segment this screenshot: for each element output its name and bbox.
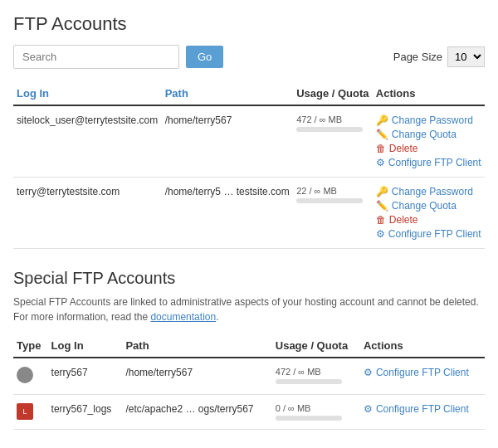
type-cell [13, 358, 48, 395]
usage-cell: 22 / ∞ MB [293, 178, 373, 249]
special-col-actions: Actions [360, 334, 485, 358]
path-cell: /etc/apache2 … ogs/terry567 [122, 395, 271, 430]
special-title: Special FTP Accounts [13, 269, 485, 288]
col-path: Path [162, 82, 293, 105]
actions-cell: 🔑 Change Password ✏️ Change Quota 🗑 Dele… [373, 178, 485, 249]
gear-icon: ⚙ [364, 403, 373, 415]
configure-ftp-link[interactable]: ⚙ Configure FTP Client [376, 157, 481, 168]
special-col-usage-quota: Usage / Quota [272, 334, 360, 358]
page-size-container: Page Size 10 25 50 [393, 46, 485, 67]
go-button[interactable]: Go [186, 46, 223, 68]
delete-link[interactable]: 🗑 Delete [376, 214, 481, 226]
table-row: terry@terrytestsite.com /home/terry5 … t… [13, 178, 485, 249]
col-usage-quota: Usage / Quota [293, 82, 373, 105]
special-col-login: Log In [48, 334, 123, 358]
path-cell: /home/terry567 [162, 105, 293, 178]
search-input[interactable] [13, 45, 179, 69]
actions-cell: 🔑 Change Password ✏️ Change Quota 🗑 Dele… [373, 105, 485, 178]
special-table-row: L terry567_logs /etc/apache2 … ogs/terry… [13, 395, 485, 430]
login-cell: sitelock_user@terrytestsite.com [13, 105, 162, 178]
trash-icon: 🗑 [376, 214, 386, 226]
logs-icon: L [17, 403, 33, 420]
trash-icon: 🗑 [376, 143, 386, 154]
col-login: Log In [13, 82, 162, 105]
key-icon: 🔑 [376, 114, 388, 126]
gear-icon: ⚙ [376, 157, 385, 168]
path-cell: /home/terry5 … testsite.com [162, 178, 293, 249]
actions-cell: ⚙ Configure FTP Client [360, 358, 485, 395]
change-password-link[interactable]: 🔑 Change Password [376, 186, 481, 197]
change-quota-link[interactable]: ✏️ Change Quota [376, 200, 481, 212]
search-bar: Go Page Size 10 25 50 [13, 45, 485, 69]
change-password-link[interactable]: 🔑 Change Password [376, 114, 481, 126]
configure-ftp-link[interactable]: ⚙ Configure FTP Client [376, 228, 481, 240]
user-icon [17, 367, 33, 383]
login-cell: terry567 [48, 358, 123, 395]
usage-cell: 472 / ∞ MB [293, 105, 373, 178]
special-col-type: Type [13, 334, 48, 358]
login-cell: terry567_logs [48, 395, 123, 430]
special-table-row: terry567 /home/terry567 472 / ∞ MB ⚙ Con… [13, 358, 485, 395]
col-actions: Actions [373, 82, 485, 105]
page-size-select[interactable]: 10 25 50 [447, 46, 485, 67]
gear-icon: ⚙ [364, 367, 373, 378]
delete-link[interactable]: 🗑 Delete [376, 143, 481, 154]
special-desc: Special FTP Accounts are linked to admin… [13, 295, 485, 324]
path-cell: /home/terry567 [122, 358, 271, 395]
special-ftp-table: Type Log In Path Usage / Quota Actions t… [13, 334, 485, 430]
page-size-label: Page Size [393, 51, 442, 63]
page-title: FTP Accounts [13, 13, 485, 35]
table-row: sitelock_user@terrytestsite.com /home/te… [13, 105, 485, 178]
change-quota-link[interactable]: ✏️ Change Quota [376, 129, 481, 140]
actions-cell: ⚙ Configure FTP Client [360, 395, 485, 430]
pencil-icon: ✏️ [376, 200, 388, 212]
gear-icon: ⚙ [376, 228, 385, 240]
usage-cell: 472 / ∞ MB [272, 358, 360, 395]
special-col-path: Path [122, 334, 271, 358]
ftp-accounts-table: Log In Path Usage / Quota Actions sitelo… [13, 82, 485, 249]
documentation-link[interactable]: documentation [150, 311, 216, 323]
type-cell: L [13, 395, 48, 430]
configure-ftp-link[interactable]: ⚙ Configure FTP Client [364, 403, 481, 415]
pencil-icon: ✏️ [376, 129, 388, 140]
usage-cell: 0 / ∞ MB [272, 395, 360, 430]
configure-ftp-link[interactable]: ⚙ Configure FTP Client [364, 367, 481, 378]
key-icon: 🔑 [376, 186, 388, 197]
login-cell: terry@terrytestsite.com [13, 178, 162, 249]
